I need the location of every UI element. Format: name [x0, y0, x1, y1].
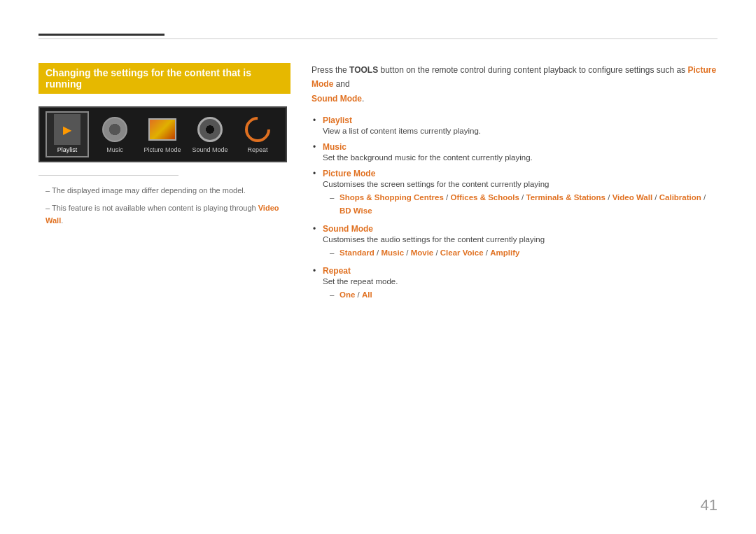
repeat-title: Repeat — [323, 266, 718, 276]
toolbar-item-repeat: Repeat — [236, 115, 279, 153]
shops-link: Shops & Shopping Centres — [340, 193, 444, 202]
playlist-desc: View a list of content items currently p… — [323, 127, 718, 135]
right-column: Press the TOOLS button on the remote con… — [312, 63, 718, 309]
repeat-desc: Set the repeat mode. — [323, 277, 718, 286]
intro-paragraph: Press the TOOLS button on the remote con… — [312, 63, 718, 106]
sep5: / — [704, 193, 706, 202]
list-item-repeat: Repeat Set the repeat mode. One / All — [312, 266, 718, 301]
main-list: Playlist View a list of content items cu… — [312, 115, 718, 302]
note-2: – This feature is not available when con… — [46, 202, 290, 227]
intro-and: and — [333, 79, 349, 89]
note-period: . — [61, 216, 63, 225]
repeat-sub-item: One / All — [330, 288, 718, 301]
note-text-2: This feature is not available when conte… — [52, 204, 258, 212]
toolbar-label-sound: Sound Mode — [192, 146, 227, 153]
picture-mode-sublist: Shops & Shopping Centres / Offices & Sch… — [323, 191, 718, 217]
top-line-light — [38, 38, 718, 39]
terminals-link: Terminals & Stations — [526, 193, 606, 202]
top-line-dark — [38, 34, 164, 36]
list-item-music: Music Set the background music for the c… — [312, 142, 718, 162]
amplify-link: Amplify — [490, 248, 519, 257]
left-column: Changing the settings for the content th… — [38, 63, 290, 309]
toolbar-label-picture: Picture Mode — [144, 146, 181, 153]
music-title: Music — [323, 142, 718, 152]
repeat-sublist: One / All — [323, 288, 718, 301]
note-text-1: The displayed image may differ depending… — [52, 186, 246, 195]
intro-middle: button on the remote control during cont… — [378, 65, 687, 75]
toolbar-label-repeat: Repeat — [247, 146, 267, 153]
picture-mode-desc: Customises the screen settings for the c… — [323, 180, 718, 188]
playlist-icon: ▶ — [53, 115, 81, 143]
page-number: 41 — [701, 496, 718, 514]
calibration-link: Calibration — [659, 193, 701, 202]
divider-line — [38, 175, 178, 176]
notes-section: – The displayed image may differ dependi… — [46, 184, 290, 227]
movie-link: Movie — [411, 248, 434, 257]
toolbar-item-picture: Picture Mode — [141, 115, 184, 153]
note-dash-2: – — [46, 204, 52, 212]
list-item-picture-mode: Picture Mode Customises the screen setti… — [312, 169, 718, 217]
intro-prefix: Press the — [312, 65, 349, 75]
toolbar-item-sound: Sound Mode — [188, 115, 232, 153]
sound-mode-desc: Customises the audio settings for the co… — [323, 235, 718, 244]
toolbar-image: ▶ Playlist Music Pic — [38, 106, 287, 162]
picture-mode-icon — [148, 115, 176, 143]
sound-mode-sub-item: Standard / Music / Movie / Clear Voice /… — [330, 246, 718, 259]
standard-link: Standard — [340, 248, 374, 257]
list-item-playlist: Playlist View a list of content items cu… — [312, 115, 718, 135]
toolbar-label-music: Music — [106, 146, 123, 153]
toolbar-item-music: Music — [93, 115, 136, 153]
note-1: – The displayed image may differ dependi… — [46, 184, 290, 197]
music-icon — [101, 115, 129, 143]
picture-mode-sub-item: Shops & Shopping Centres / Offices & Sch… — [330, 191, 718, 217]
playlist-title: Playlist — [323, 115, 718, 125]
music-desc: Set the background music for the content… — [323, 153, 718, 162]
one-link: One — [340, 290, 355, 299]
sound-mode-link: Sound Mode — [312, 94, 362, 104]
toolbar-label-playlist: Playlist — [57, 146, 78, 153]
music-link: Music — [381, 248, 404, 257]
section-heading: Changing the settings for the content th… — [38, 63, 290, 94]
sound-mode-title: Sound Mode — [323, 224, 718, 234]
tools-label: TOOLS — [349, 65, 378, 75]
intro-period: . — [362, 94, 364, 104]
sound-mode-icon — [196, 115, 224, 143]
note-dash-1: – — [46, 186, 52, 195]
offices-link: Offices & Schools — [450, 193, 519, 202]
video-wall-link: Video Wall — [612, 193, 653, 202]
repeat-icon — [244, 115, 272, 143]
sound-mode-sublist: Standard / Music / Movie / Clear Voice /… — [323, 246, 718, 259]
toolbar-item-playlist: ▶ Playlist — [46, 111, 89, 157]
list-item-sound-mode: Sound Mode Customises the audio settings… — [312, 224, 718, 259]
page-container: Changing the settings for the content th… — [0, 0, 756, 534]
all-link: All — [362, 290, 372, 299]
top-decorative-lines — [38, 34, 718, 39]
bd-wise-link: BD Wise — [340, 206, 372, 215]
main-content: Changing the settings for the content th… — [38, 63, 718, 309]
picture-mode-title: Picture Mode — [323, 169, 718, 178]
clear-voice-link: Clear Voice — [440, 248, 484, 257]
